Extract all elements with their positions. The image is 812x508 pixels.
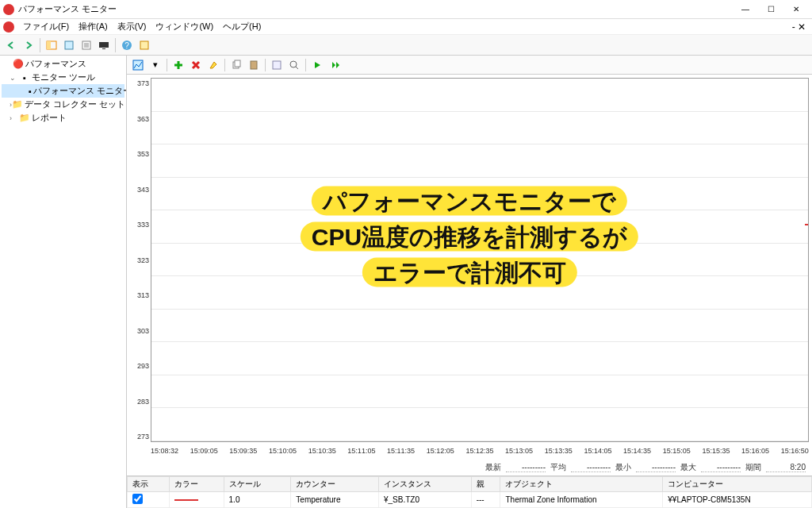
freeze-button[interactable] xyxy=(309,57,325,73)
window-title: パフォーマンス モニター xyxy=(18,3,733,15)
counter-computer: ¥¥LAPTOP-C8M5135N xyxy=(663,492,812,508)
export-button[interactable] xyxy=(79,37,94,53)
stat-max-label: 最大 xyxy=(680,462,696,473)
col-parent[interactable]: 親 xyxy=(471,477,500,492)
col-color[interactable]: カラー xyxy=(169,477,224,492)
zoom-button[interactable] xyxy=(286,57,302,73)
back-button[interactable] xyxy=(3,37,19,53)
counter-scale: 1.0 xyxy=(224,492,291,508)
col-scale[interactable]: スケール xyxy=(224,477,291,492)
svg-rect-8 xyxy=(140,41,148,49)
counter-parent: --- xyxy=(471,492,500,508)
menu-help[interactable]: ヘルプ(H) xyxy=(218,21,266,33)
svg-rect-9 xyxy=(133,60,143,70)
stat-min-label: 最小 xyxy=(615,462,631,473)
tree-label: モニター ツール xyxy=(32,71,95,83)
menu-bar: ファイル(F) 操作(A) 表示(V) ウィンドウ(W) ヘルプ(H) - ✕ xyxy=(0,19,812,35)
col-counter[interactable]: カウンター xyxy=(291,477,379,492)
chart-plot[interactable] xyxy=(151,78,809,442)
minimize-button[interactable]: — xyxy=(733,1,758,18)
counter-list: 表示 カラー スケール カウンター インスタンス 親 オブジェクト コンピュータ… xyxy=(127,475,812,508)
tree-label: レポート xyxy=(32,112,67,124)
counter-instance: ¥_SB.TZ0 xyxy=(378,492,471,508)
svg-rect-11 xyxy=(235,60,240,67)
highlight-button[interactable] xyxy=(205,57,221,73)
chart-area: 373363353343333323313303293283273 15:08:… xyxy=(127,75,812,460)
maximize-button[interactable]: ☐ xyxy=(758,1,783,18)
stat-duration-value: 8:20 xyxy=(766,463,806,472)
tree-label: データ コレクター セット xyxy=(25,98,125,110)
chart-cursor-mark xyxy=(805,224,808,225)
perf-root-icon: 🔴 xyxy=(13,59,24,69)
view-chart-button[interactable] xyxy=(130,57,146,73)
stat-duration-label: 期間 xyxy=(745,462,761,473)
tree-label: パフォーマンス xyxy=(25,58,86,70)
svg-rect-2 xyxy=(65,41,73,49)
svg-rect-4 xyxy=(99,42,109,48)
delete-counter-button[interactable] xyxy=(188,57,204,73)
svg-rect-5 xyxy=(102,48,105,49)
svg-rect-13 xyxy=(273,61,281,69)
tree-data-collector[interactable]: ›📁 データ コレクター セット xyxy=(2,98,124,111)
forward-button[interactable] xyxy=(21,37,36,53)
report-icon: 📁 xyxy=(19,113,30,123)
col-computer[interactable]: コンピューター xyxy=(663,477,812,492)
counter-color-swatch xyxy=(174,499,198,501)
col-instance[interactable]: インスタンス xyxy=(378,477,471,492)
stats-bar: 最新 --------- 平均 --------- 最小 --------- 最… xyxy=(127,460,812,475)
counter-row[interactable]: 1.0 Temperature ¥_SB.TZ0 --- Thermal Zon… xyxy=(128,492,812,508)
stat-min-value: --------- xyxy=(636,463,676,472)
chart-grid xyxy=(151,79,808,441)
app-icon xyxy=(3,4,14,15)
close-button[interactable]: ✕ xyxy=(783,1,809,18)
tree-report[interactable]: ›📁 レポート xyxy=(2,111,124,125)
mmc-toolbar: ? xyxy=(0,35,812,56)
svg-rect-1 xyxy=(47,41,51,49)
tree-performance-monitor[interactable]: ▪ パフォーマンス モニター xyxy=(2,84,124,98)
paste-button[interactable] xyxy=(246,57,262,73)
svg-point-14 xyxy=(290,61,297,67)
title-bar: パフォーマンス モニター — ☐ ✕ xyxy=(0,0,812,19)
folder-icon: ▪ xyxy=(19,73,30,83)
help-button[interactable]: ? xyxy=(119,37,135,53)
stat-latest-label: 最新 xyxy=(485,462,501,473)
show-hide-tree-button[interactable] xyxy=(44,37,59,53)
col-show[interactable]: 表示 xyxy=(128,477,170,492)
menu-close-x[interactable]: - ✕ xyxy=(789,21,809,33)
snapshot-button[interactable] xyxy=(136,37,152,53)
stat-avg-label: 平均 xyxy=(550,462,566,473)
stat-max-value: --------- xyxy=(701,463,741,472)
col-object[interactable]: オブジェクト xyxy=(500,477,663,492)
menu-action[interactable]: 操作(A) xyxy=(74,21,113,33)
collector-icon: 📁 xyxy=(12,99,23,110)
monitor-icon[interactable] xyxy=(96,37,112,53)
update-button[interactable] xyxy=(327,57,343,73)
monitor-icon: ▪ xyxy=(29,87,32,96)
tree-label: パフォーマンス モニター xyxy=(33,85,127,97)
copy-button[interactable] xyxy=(228,57,244,73)
perfmon-toolbar: ▾ xyxy=(127,56,812,75)
y-axis: 373363353343333323313303293283273 xyxy=(130,78,151,456)
view-dropdown[interactable]: ▾ xyxy=(147,57,163,73)
stat-avg-value: --------- xyxy=(571,463,611,472)
navigation-tree: 🔴 パフォーマンス ⌄▪ モニター ツール ▪ パフォーマンス モニター ›📁 … xyxy=(0,56,127,508)
add-counter-button[interactable] xyxy=(170,57,186,73)
counter-name: Temperature xyxy=(291,492,379,508)
app-icon-small xyxy=(3,21,14,33)
menu-view[interactable]: 表示(V) xyxy=(113,21,151,33)
properties-button[interactable] xyxy=(269,57,285,73)
stat-latest-value: --------- xyxy=(506,463,546,472)
counter-object: Thermal Zone Information xyxy=(500,492,663,508)
svg-rect-12 xyxy=(251,61,257,69)
menu-file[interactable]: ファイル(F) xyxy=(18,21,74,33)
properties-button[interactable] xyxy=(61,37,77,53)
x-axis: 15:08:3215:09:0515:09:3515:10:0515:10:35… xyxy=(151,447,809,460)
svg-text:?: ? xyxy=(124,41,129,50)
tree-root-performance[interactable]: 🔴 パフォーマンス xyxy=(2,57,124,71)
counter-show-checkbox[interactable] xyxy=(132,494,143,504)
tree-monitor-tools[interactable]: ⌄▪ モニター ツール xyxy=(2,71,124,84)
menu-window[interactable]: ウィンドウ(W) xyxy=(151,21,218,33)
